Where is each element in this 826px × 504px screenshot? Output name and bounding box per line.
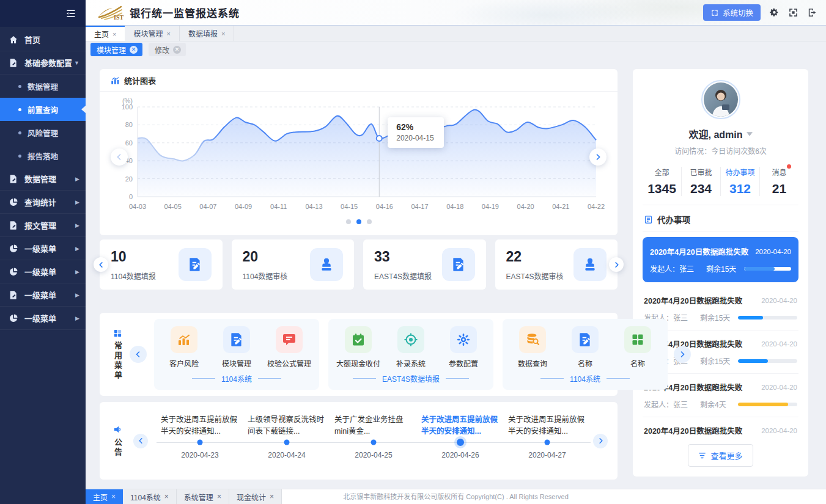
chart-next-button[interactable]: [589, 148, 607, 166]
profile-stat-已审批[interactable]: 已审批234: [681, 167, 720, 196]
sidebar-item-6[interactable]: 一级菜单▶: [0, 260, 86, 283]
sidebar-item-7[interactable]: 一级菜单▶: [0, 283, 86, 307]
announcement-title[interactable]: 上级领导视察反洗钱时间表下载链接...: [248, 414, 326, 439]
stat-card-3[interactable]: 22EAST4S数据审核: [495, 239, 618, 290]
todo-item-0[interactable]: 2020年4月20日数据跑批失败2020-04-20发起人：张三剩余15天: [643, 237, 798, 282]
sidebar-item-8[interactable]: 一级菜单▶: [0, 307, 86, 330]
bullet-icon: [18, 131, 21, 134]
stats-prev-button[interactable]: [94, 257, 108, 272]
system-switch-button[interactable]: 系统切换: [703, 4, 761, 21]
bottom-bar: 主页×1104系统×系统管理×现金统计× 北京银丰新融科技开发有限公司版权所有 …: [86, 489, 826, 504]
announcements-prev-button[interactable]: [133, 434, 148, 448]
chart-page-dot-0[interactable]: [346, 219, 351, 224]
quick-icon-box: [345, 326, 372, 353]
stat-icon-box: [179, 248, 212, 281]
bottom-tab-系统管理[interactable]: 系统管理×: [177, 489, 229, 504]
chevron-down-icon: [747, 132, 753, 136]
chip-模块管理[interactable]: 模块管理✕: [90, 43, 142, 56]
quick-menu-next-button[interactable]: [674, 346, 691, 363]
chart-page-dot-1[interactable]: [356, 219, 361, 224]
sidebar-item-3[interactable]: 查询统计▶: [0, 191, 86, 214]
quick-group-label: EAST4S数据填报: [334, 373, 487, 384]
sidebar-subitem-风险管理[interactable]: 风险管理: [0, 121, 86, 144]
sidebar-item-0[interactable]: 首页: [0, 28, 86, 51]
quick-menu-item-名称[interactable]: 名称: [561, 326, 609, 368]
sidebar-subitem-数据管理[interactable]: 数据管理: [0, 75, 86, 98]
bottom-tab-1104系统[interactable]: 1104系统×: [123, 489, 177, 504]
close-icon[interactable]: ×: [270, 492, 274, 501]
collapse-menu-icon[interactable]: [65, 7, 77, 20]
timeline-dot[interactable]: [284, 440, 290, 445]
close-icon[interactable]: ✕: [173, 46, 181, 54]
todo-row1: 2020年4月20日数据跑批失败2020-04-20: [650, 246, 791, 257]
timeline-dot[interactable]: [197, 440, 203, 445]
sidebar-item-label: 首页: [24, 34, 79, 45]
profile-stat-消息[interactable]: 消息21: [759, 167, 798, 196]
chart-page-dot-2[interactable]: [367, 219, 372, 224]
quick-menu-group-2: 数据查询名称名称1104系统: [503, 319, 668, 390]
avatar[interactable]: [704, 82, 738, 117]
announcement-title[interactable]: 关于改进周五提前放假半天的安排通知...: [421, 414, 500, 439]
chip-修改[interactable]: 修改✕: [149, 43, 186, 56]
sidebar-item-2[interactable]: 数据管理▶: [0, 167, 86, 191]
quick-item-label: 客户风险: [169, 358, 199, 368]
quick-menu-item-模块管理[interactable]: 模块管理: [213, 326, 260, 368]
quick-menu-prev-button[interactable]: [130, 346, 147, 363]
sidebar-item-label: 一级菜单: [24, 266, 75, 277]
tab-数据填报[interactable]: 数据填报×: [180, 26, 234, 41]
chart-prev-button[interactable]: [111, 148, 128, 166]
svg-text:04-13: 04-13: [305, 203, 322, 210]
bullet-icon: [18, 108, 21, 111]
line-chart[interactable]: (%)02040608010004-0304-0504-0704-0904-11…: [100, 92, 618, 218]
calendar-check-icon: [351, 332, 366, 347]
sidebar-subitem-前置查询[interactable]: 前置查询: [0, 98, 86, 121]
timeline-dot[interactable]: [545, 440, 550, 445]
avatar-ring: [701, 80, 740, 119]
sidebar-subitem-报告落地[interactable]: 报告落地: [0, 144, 86, 167]
sidebar-item-4[interactable]: 报文管理▶: [0, 214, 86, 237]
announcement-title[interactable]: 关于改进周五提前放假半天的安排通知...: [161, 414, 239, 439]
quick-menu-item-名称[interactable]: 名称: [614, 326, 662, 368]
close-icon[interactable]: ×: [217, 492, 221, 501]
quick-menu-item-校验公式管理[interactable]: 校验公式管理: [265, 326, 313, 368]
quick-menu-item-大额现金收付[interactable]: 大额现金收付: [334, 326, 382, 368]
quick-menu-item-客户风险[interactable]: 客户风险: [160, 326, 208, 368]
quick-menu-item-参数配置[interactable]: 参数配置: [440, 326, 487, 368]
announcement-title[interactable]: 关于改进周五提前放假半天的安排通知...: [508, 414, 586, 439]
timeline-dot[interactable]: [457, 439, 464, 446]
close-icon[interactable]: ✕: [130, 46, 138, 54]
quick-menu-item-数据查询[interactable]: 数据查询: [509, 326, 556, 368]
stat-card-1[interactable]: 201104数据审核: [232, 239, 355, 290]
welcome-row[interactable]: 欢迎, admin: [643, 126, 798, 141]
tab-模块管理[interactable]: 模块管理×: [125, 26, 179, 41]
profile-stat-全部[interactable]: 全部1345: [643, 167, 681, 196]
quick-menu-item-补录系统[interactable]: 补录系统: [387, 326, 435, 368]
announcement-title[interactable]: 关于广发金业务挂盘mini黄金...: [334, 414, 413, 439]
profile-stats: 全部1345已审批234待办事项312消息21: [643, 167, 798, 205]
stats-next-button[interactable]: [609, 257, 624, 272]
announcements-next-button[interactable]: [593, 434, 608, 448]
close-icon[interactable]: ×: [221, 30, 225, 37]
sidebar-item-1[interactable]: 基础参数配置▼: [0, 51, 86, 75]
timeline-dot[interactable]: [371, 440, 377, 445]
logout-icon[interactable]: [807, 7, 817, 18]
tab-label: 主页: [94, 29, 109, 39]
close-icon[interactable]: ×: [111, 492, 116, 501]
view-more-button[interactable]: 查看更多: [688, 444, 753, 467]
doc-icon: [9, 174, 18, 184]
todo-item-4[interactable]: 2020年4月20日数据跑批失败2020-04-20发起人：张三超期4天: [643, 417, 798, 437]
gear-icon[interactable]: [769, 7, 780, 18]
tab-主页[interactable]: 主页×: [86, 26, 125, 41]
bottom-tab-主页[interactable]: 主页×: [86, 489, 123, 504]
bottom-tab-现金统计[interactable]: 现金统计×: [229, 489, 282, 504]
profile-stat-待办事项[interactable]: 待办事项312: [720, 167, 759, 196]
close-icon[interactable]: ×: [166, 30, 170, 37]
svg-text:04-09: 04-09: [235, 203, 252, 210]
close-icon[interactable]: ×: [112, 31, 116, 38]
speaker-icon: [113, 425, 123, 434]
close-icon[interactable]: ×: [164, 492, 169, 501]
fullscreen-icon[interactable]: [788, 7, 798, 18]
stat-card-2[interactable]: 33EAST4S数据填报: [363, 239, 486, 290]
sidebar-item-5[interactable]: 一级菜单▶: [0, 237, 86, 260]
stat-card-0[interactable]: 101104数据填报: [100, 239, 223, 290]
